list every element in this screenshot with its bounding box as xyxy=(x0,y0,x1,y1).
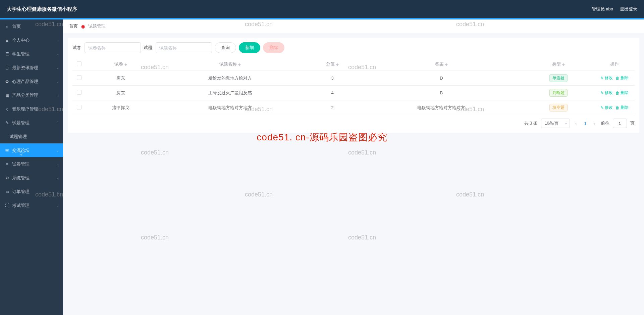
cell-answer: B xyxy=(360,86,523,100)
edit-link[interactable]: ✎修改 xyxy=(600,90,613,96)
sidebar-item-7[interactable]: ✎试题管理⌃ xyxy=(0,116,63,130)
col-type[interactable]: 类型 xyxy=(552,61,561,66)
sort-icon[interactable]: ◆ xyxy=(124,62,127,66)
row-delete-link[interactable]: 🗑删除 xyxy=(615,105,629,110)
breadcrumb: 首页 ◉ 试题管理 xyxy=(63,19,644,33)
sidebar-item-8[interactable]: 试题管理 xyxy=(0,130,63,143)
cell-paper: 房东 xyxy=(86,86,155,100)
cell-qname: 电饭锅地方给对方地方 xyxy=(155,100,305,115)
goto-input[interactable] xyxy=(613,119,627,128)
trash-icon: 🗑 xyxy=(615,105,620,110)
sidebar-icon: ☰ xyxy=(5,52,9,56)
sidebar-icon: ▭ xyxy=(5,189,9,194)
query-button[interactable]: 查询 xyxy=(215,42,236,53)
cell-paper: 攘甲挥戈 xyxy=(86,100,155,115)
sidebar-item-label: 系统管理 xyxy=(12,175,30,181)
prev-page-icon[interactable]: ‹ xyxy=(573,121,579,126)
edit-icon: ✎ xyxy=(600,91,604,95)
sidebar-item-label: 考试管理 xyxy=(12,203,30,209)
sidebar-item-label: 试题管理 xyxy=(12,120,30,126)
row-delete-link[interactable]: 🗑删除 xyxy=(615,75,629,81)
page-number[interactable]: 1 xyxy=(582,121,588,126)
sidebar: ⌂首页▲个人中心⌄☰学生管理⌄◻最新资讯管理⌄✿心理产品管理⌄▦产品分类管理⌄♫… xyxy=(0,19,63,315)
chevron-down-icon: ⌄ xyxy=(56,38,59,42)
app-title: 大学生心理健康服务微信小程序 xyxy=(7,6,77,12)
col-score[interactable]: 分值 xyxy=(326,61,335,66)
chevron-down-icon: ⌄ xyxy=(56,162,59,166)
type-tag: 判断题 xyxy=(549,89,568,97)
table-row: 房东发给发的鬼地方给对方3D单选题✎修改🗑删除 xyxy=(72,71,635,86)
table-row: 攘甲挥戈电饭锅地方给对方地方2电饭锅地方给对方给对方填空题✎修改🗑删除 xyxy=(72,100,635,115)
edit-link[interactable]: ✎修改 xyxy=(600,105,613,110)
sidebar-icon: ✿ xyxy=(5,79,9,84)
edit-icon: ✎ xyxy=(600,105,604,110)
add-button[interactable]: 新增 xyxy=(239,42,260,53)
row-checkbox[interactable] xyxy=(77,90,82,95)
sidebar-item-11[interactable]: ⚙系统管理⌄ xyxy=(0,171,63,185)
sidebar-icon: ▲ xyxy=(5,38,9,43)
sidebar-item-1[interactable]: ▲个人中心⌄ xyxy=(0,33,63,47)
sort-icon[interactable]: ◆ xyxy=(445,62,448,66)
col-paper[interactable]: 试卷 xyxy=(114,61,123,66)
question-label: 试题 xyxy=(144,45,152,51)
chevron-down-icon: ⌄ xyxy=(56,80,59,83)
table-row: 房东工号发过火广发很反感4B判断题✎修改🗑删除 xyxy=(72,86,635,100)
sidebar-icon: ⌂ xyxy=(5,24,9,29)
edit-icon: ✎ xyxy=(600,76,604,81)
sidebar-item-12[interactable]: ▭订单管理⌄ xyxy=(0,185,63,198)
chevron-down-icon: ⌄ xyxy=(56,52,59,56)
row-checkbox[interactable] xyxy=(77,75,82,80)
chevron-down-icon: ⌄ xyxy=(56,176,59,180)
breadcrumb-home[interactable]: 首页 xyxy=(69,23,78,29)
chevron-up-icon: ⌃ xyxy=(56,121,59,125)
col-answer[interactable]: 答案 xyxy=(435,61,444,66)
cell-qname: 发给发的鬼地方给对方 xyxy=(155,71,305,86)
question-input[interactable] xyxy=(156,42,212,53)
pagination-total: 共 3 条 xyxy=(524,120,538,126)
sidebar-item-label: 音乐理疗管理 xyxy=(12,106,38,112)
delete-button[interactable]: 删除 xyxy=(263,42,284,53)
edit-link[interactable]: ✎修改 xyxy=(600,75,613,81)
sidebar-item-3[interactable]: ◻最新资讯管理⌄ xyxy=(0,61,63,75)
trash-icon: 🗑 xyxy=(615,91,620,95)
sidebar-item-0[interactable]: ⌂首页 xyxy=(0,19,63,33)
row-delete-link[interactable]: 🗑删除 xyxy=(615,90,629,96)
sort-icon[interactable]: ◆ xyxy=(562,62,565,66)
sidebar-item-2[interactable]: ☰学生管理⌄ xyxy=(0,47,63,61)
pagination: 共 3 条 10条/页 ‹ 1 › 前往 页 xyxy=(72,119,635,128)
admin-label[interactable]: 管理员 abo xyxy=(592,6,613,12)
next-page-icon[interactable]: › xyxy=(592,121,597,126)
select-all-checkbox[interactable] xyxy=(77,61,82,66)
sort-icon[interactable]: ◆ xyxy=(238,62,241,66)
cell-answer: D xyxy=(360,71,523,86)
sidebar-item-label: 个人中心 xyxy=(12,37,30,43)
cell-answer: 电饭锅地方给对方给对方 xyxy=(360,100,523,115)
trash-icon: 🗑 xyxy=(615,76,620,81)
sidebar-item-9[interactable]: ✉交流论坛⌄ xyxy=(0,143,63,157)
logout-link[interactable]: 退出登录 xyxy=(620,6,637,12)
sort-icon[interactable]: ◆ xyxy=(336,62,339,66)
sidebar-item-4[interactable]: ✿心理产品管理⌄ xyxy=(0,75,63,88)
page-size-select[interactable]: 10条/页 xyxy=(541,119,570,128)
paper-input[interactable] xyxy=(85,42,141,53)
sidebar-item-label: 心理产品管理 xyxy=(12,79,38,85)
goto-label: 前往 xyxy=(601,120,609,126)
cell-score: 4 xyxy=(305,86,360,100)
sidebar-item-13[interactable]: ⛶考试管理⌄ xyxy=(0,198,63,212)
sidebar-item-6[interactable]: ♫音乐理疗管理⌄ xyxy=(0,102,63,116)
sidebar-item-label: 首页 xyxy=(12,24,21,30)
col-qname[interactable]: 试题名称 xyxy=(219,61,237,66)
sidebar-icon: ▦ xyxy=(5,93,9,98)
row-checkbox[interactable] xyxy=(77,105,82,109)
type-tag: 填空题 xyxy=(549,104,568,111)
breadcrumb-current: 试题管理 xyxy=(88,23,106,29)
sidebar-item-5[interactable]: ▦产品分类管理⌄ xyxy=(0,88,63,102)
question-table: 试卷◆ 试题名称◆ 分值◆ 答案◆ 类型◆ 操作 房东发给发的鬼地方给对方3D单… xyxy=(72,58,635,115)
cell-paper: 房东 xyxy=(86,71,155,86)
chevron-down-icon: ⌄ xyxy=(56,93,59,97)
sidebar-item-label: 订单管理 xyxy=(12,189,30,195)
breadcrumb-sep-icon: ◉ xyxy=(81,24,85,29)
type-tag: 单选题 xyxy=(549,74,568,82)
sidebar-item-10[interactable]: ≡试卷管理⌄ xyxy=(0,157,63,171)
chevron-down-icon: ⌄ xyxy=(56,190,59,193)
